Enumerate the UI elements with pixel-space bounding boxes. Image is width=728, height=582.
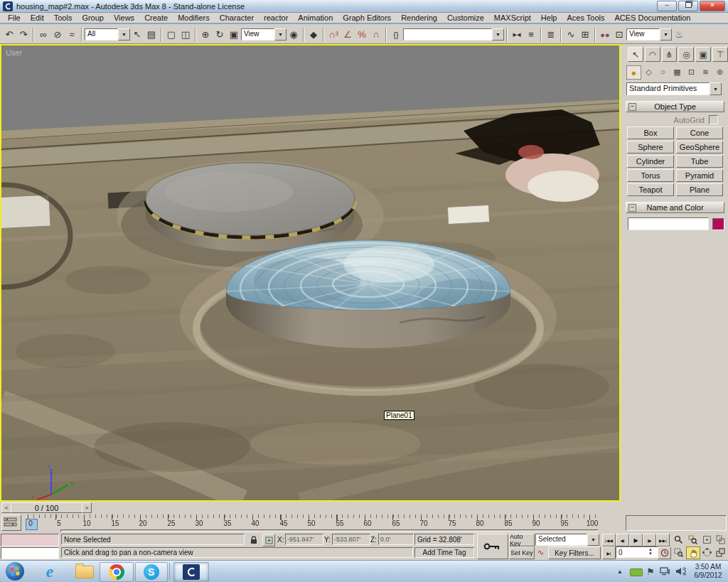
chevron-down-icon[interactable]: ▼	[710, 82, 722, 95]
name-color-rollout-header[interactable]: − Name and Color	[626, 202, 724, 213]
menu-item-aces-documentation[interactable]: ACES Documentation	[609, 13, 695, 23]
menu-item-file[interactable]: File	[3, 13, 26, 23]
bind-to-spacewarp-icon[interactable]: ≈	[65, 28, 79, 42]
previous-frame-button[interactable]: ◀|	[616, 534, 629, 546]
start-button[interactable]	[6, 562, 24, 581]
track-bar[interactable]: 0 5 10 15 20 25 30 35 40 45 50 55 60 65 …	[0, 513, 728, 534]
chevron-down-icon[interactable]: ▼	[587, 534, 599, 546]
named-selection-dropdown[interactable]: ▼	[403, 28, 504, 41]
category-cameras[interactable]: ▦	[670, 65, 684, 78]
category-spacewarps[interactable]: ≋	[699, 65, 712, 78]
internet-explorer-icon[interactable]: e	[40, 562, 60, 581]
menu-item-tools[interactable]: Tools	[49, 13, 77, 23]
category-helpers[interactable]: ⊡	[685, 65, 698, 78]
curve-editor-icon[interactable]: ∿	[564, 28, 578, 42]
menu-item-graph-editors[interactable]: Graph Editors	[338, 13, 396, 23]
category-lights[interactable]: ○	[656, 65, 670, 78]
next-frame-button[interactable]: |▶	[643, 534, 656, 546]
close-button[interactable]: ×	[700, 1, 725, 11]
selection-filter-dropdown[interactable]: All▼	[85, 28, 130, 41]
auto-key-button[interactable]: Auto Key	[509, 534, 535, 546]
select-and-scale-icon[interactable]: ▣	[227, 28, 241, 42]
chevron-down-icon[interactable]: ▼	[118, 28, 130, 41]
material-editor-icon[interactable]: ●●	[598, 28, 612, 42]
object-button-geosphere[interactable]: GeoSphere	[676, 141, 723, 153]
quick-render-icon[interactable]: ♨	[672, 28, 686, 42]
viewport-label[interactable]: User	[6, 48, 22, 57]
category-geometry[interactable]: ●	[626, 65, 641, 80]
open-mini-curve-editor-button[interactable]	[1, 514, 21, 531]
menu-item-customize[interactable]: Customize	[442, 13, 489, 23]
chevron-down-icon[interactable]: ▼	[660, 28, 672, 41]
object-button-cone[interactable]: Cone	[676, 126, 723, 139]
selection-set-dropdown[interactable]: Selected▼	[535, 534, 599, 546]
zoom-icon[interactable]	[672, 534, 685, 545]
render-preset-dropdown[interactable]: View▼	[626, 28, 672, 41]
reference-coordinate-system-dropdown[interactable]: View▼	[241, 28, 287, 41]
redo-icon[interactable]: ↷	[16, 28, 31, 42]
frame-spinner[interactable]: ▲▼	[648, 547, 653, 556]
selection-lock-icon[interactable]	[248, 534, 259, 545]
arc-rotate-icon[interactable]	[700, 546, 713, 558]
autogrid-checkbox[interactable]	[709, 115, 718, 124]
window-crossing-toggle-icon[interactable]: ◫	[178, 28, 193, 42]
select-object-icon[interactable]: ↖	[130, 28, 144, 42]
menu-item-create[interactable]: Create	[139, 13, 173, 23]
menu-item-views[interactable]: Views	[109, 13, 139, 23]
chevron-down-icon[interactable]: ▼	[274, 28, 287, 41]
tab-utilities[interactable]: ⊤	[712, 47, 728, 62]
select-and-link-icon[interactable]: ∞	[36, 28, 50, 42]
zoom-extents-all-icon[interactable]	[714, 534, 727, 545]
perspective-viewport[interactable]: z y x User Plane01	[0, 44, 621, 502]
object-button-tube[interactable]: Tube	[676, 155, 723, 168]
menu-item-character[interactable]: Character	[215, 13, 259, 23]
tab-hierarchy[interactable]: ⋔	[662, 47, 678, 62]
object-type-rollout-header[interactable]: − Object Type	[626, 101, 724, 112]
align-icon[interactable]: ≡	[524, 28, 538, 42]
go-to-start-button[interactable]: |◀◀	[602, 534, 616, 546]
next-frame-arrow[interactable]: >	[82, 502, 92, 513]
key-filters-button[interactable]: Key Filters...	[548, 546, 601, 559]
region-zoom-icon[interactable]	[672, 546, 685, 558]
tab-motion[interactable]: ◎	[678, 47, 694, 62]
category-shapes[interactable]: ◇	[642, 65, 655, 78]
select-and-rotate-icon[interactable]: ↻	[213, 28, 227, 42]
show-hidden-icons-button[interactable]: ▲	[616, 567, 624, 576]
select-and-move-icon[interactable]: ⊕	[198, 28, 213, 42]
x-coordinate-field[interactable]	[285, 534, 323, 545]
go-to-end-button[interactable]: ▶▶|	[656, 534, 670, 546]
default-tangents-icon[interactable]: ∿	[535, 546, 546, 558]
menu-item-group[interactable]: Group	[77, 13, 109, 23]
render-scene-dialog-icon[interactable]: ⊡	[612, 28, 626, 42]
key-mode-toggle[interactable]: ▶|	[602, 546, 616, 559]
set-keys-button[interactable]	[477, 534, 508, 559]
object-button-torus[interactable]: Torus	[627, 169, 674, 182]
action-center-flag-icon[interactable]: ⚑	[646, 565, 655, 578]
zoom-all-icon[interactable]	[686, 534, 699, 545]
battery-tray-icon[interactable]	[630, 568, 643, 576]
object-name-input[interactable]	[628, 217, 709, 230]
tab-create[interactable]: ↖	[628, 47, 643, 62]
schematic-view-icon[interactable]: ⊞	[578, 28, 592, 42]
tab-modify[interactable]: ◠	[645, 47, 660, 62]
set-key-button[interactable]: Set Key	[509, 546, 535, 559]
named-selection-sets-icon[interactable]: {}	[389, 28, 403, 42]
min-max-toggle-icon[interactable]	[714, 546, 727, 558]
minimize-button[interactable]: –	[657, 1, 677, 11]
angle-snap-icon[interactable]: ∠	[341, 28, 355, 42]
file-explorer-icon[interactable]	[75, 566, 94, 578]
menu-item-edit[interactable]: Edit	[26, 13, 49, 23]
object-button-plane[interactable]: Plane	[676, 183, 723, 196]
play-button[interactable]: ▶	[629, 534, 643, 546]
object-button-pyramid[interactable]: Pyramid	[676, 169, 723, 182]
absolute-offset-mode-icon[interactable]	[262, 534, 275, 546]
3dsmax-taskbar-button[interactable]	[173, 562, 209, 582]
previous-frame-arrow[interactable]: <	[1, 502, 11, 513]
add-time-tag-button[interactable]: Add Time Tag	[414, 547, 474, 558]
spinner-snap-icon[interactable]: ∩	[369, 28, 383, 42]
undo-icon[interactable]: ↶	[2, 28, 16, 42]
select-and-manipulate-icon[interactable]: ◆	[306, 28, 321, 42]
mirror-icon[interactable]: ▸◂	[510, 28, 524, 42]
object-color-swatch[interactable]	[712, 218, 724, 230]
title-bar[interactable]: housing_map#2.max - Autodesk 3ds Max 8 -…	[0, 0, 728, 13]
